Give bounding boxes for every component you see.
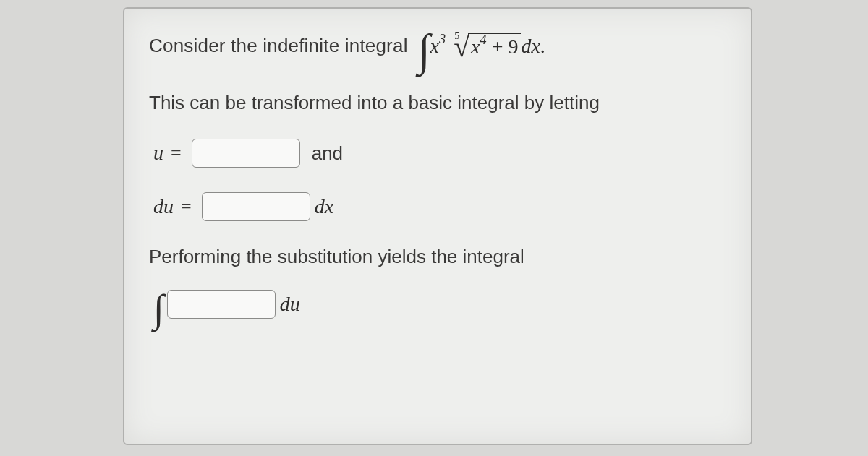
integrand-x: x3 [430,35,446,58]
u-label: u [153,142,163,165]
transform-text: This can be transformed into a basic int… [149,92,600,114]
root-expression: 5 √ x4 + 9 [448,29,521,63]
equals-2: = [181,196,192,218]
du-equation-line: du = dx [149,192,726,221]
integrand-input[interactable] [167,290,276,319]
period: . [540,35,545,58]
transform-line: This can be transformed into a basic int… [149,92,726,114]
perform-line: Performing the substitution yields the i… [149,246,726,268]
root-symbol: √ [454,30,469,64]
and-text: and [312,142,343,165]
prompt-line-1: Consider the indefinite integral ∫ x3 5 … [149,29,726,63]
dx-unit: dx [315,195,333,218]
result-integral-line: ∫ du [149,290,726,319]
integrand-x-var: x [430,35,439,57]
du-unit: du [280,293,300,316]
result-integral-symbol: ∫ [153,297,164,320]
radicand-x: x4 [471,35,492,58]
plus-nine: + 9 [492,35,519,58]
perform-text: Performing the substitution yields the i… [149,246,524,268]
radicand-x-var: x [471,35,480,58]
radicand: x4 + 9 [468,33,521,59]
problem-card: Consider the indefinite integral ∫ x3 5 … [123,7,752,445]
radicand-x-pow: 4 [480,33,487,47]
integral-symbol: ∫ [418,37,430,64]
intro-text: Consider the indefinite integral [149,35,408,57]
equals-1: = [171,142,182,164]
du-input[interactable] [202,192,310,221]
u-input[interactable] [192,139,300,168]
dx-text: dx [521,35,540,58]
du-label: du [153,195,174,218]
integrand-x-pow: 3 [439,32,446,46]
u-equation-line: u = and [149,139,726,168]
